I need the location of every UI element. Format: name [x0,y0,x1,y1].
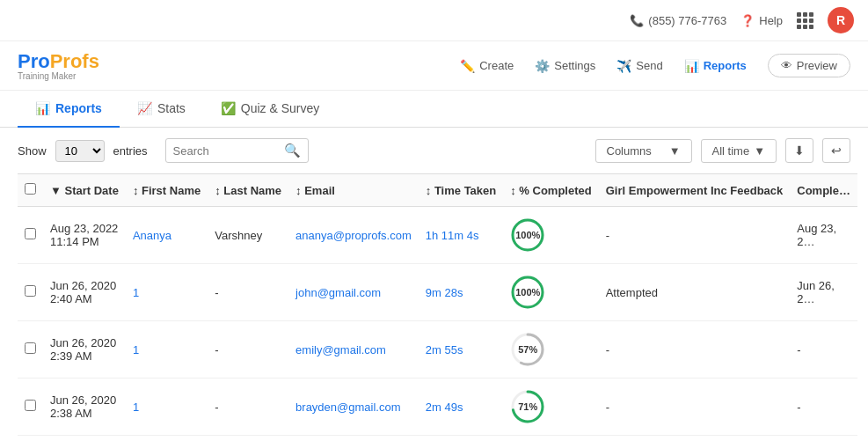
create-icon: ✏️ [460,59,475,73]
help-item[interactable]: ❓ Help [740,14,783,27]
search-input[interactable] [173,144,279,158]
columns-button[interactable]: Columns ▼ [595,139,692,163]
cell-last-name: Varshney [208,207,288,264]
cell-feedback: Attempted [599,264,791,321]
cell-feedback: - [599,321,791,379]
user-avatar[interactable]: R [828,7,854,33]
header-pct-completed[interactable]: ↕ % Completed [503,174,598,207]
columns-dropdown-icon: ▼ [669,144,681,158]
cell-completed: Aug 23, 2… [790,207,857,264]
table-row: Jun 26, 2020 2:39 AM1-emily@gmail.com2m … [18,321,857,379]
columns-label: Columns [607,144,652,158]
header-email[interactable]: ↕ Email [288,174,419,207]
pct-value: 57% [518,344,537,355]
entries-select[interactable]: 10 25 50 100 [55,140,105,162]
cell-pct-completed: 71% [503,379,598,436]
tab-reports[interactable]: 📊 Reports [18,91,120,128]
reports-icon: 📊 [684,59,699,73]
nav-settings[interactable]: ⚙️ Settings [535,59,595,73]
cell-time-taken: 18m 42s [419,436,503,442]
send-icon: ✈️ [616,59,631,73]
cell-completed: Jun 26, 2… [790,436,857,442]
cell-last-name: - [208,436,288,442]
tabs-row: 📊 Reports 📈 Stats ✅ Quiz & Survey [0,91,868,128]
phone-item[interactable]: 📞 (855) 776-7763 [630,14,726,27]
logo-profs-span: Profs [50,50,99,72]
cell-time-taken: 9m 28s [419,264,503,321]
cell-last-name: - [208,264,288,321]
cell-start-date: Jun 26, 2020 2:37 AM [43,436,126,442]
header: ProProfs Training Maker ✏️ Create ⚙️ Set… [0,41,868,91]
cell-email: john@gmail.com [288,264,419,321]
logo-tagline: Training Maker [18,71,99,81]
alltime-button[interactable]: All time ▼ [701,139,777,163]
cell-first-name: 1 [126,321,208,379]
entries-label: entries [113,144,148,158]
tab-quiz-survey[interactable]: ✅ Quiz & Survey [203,91,337,128]
nav-create-label: Create [479,59,514,72]
nav-preview[interactable]: 👁 Preview [768,54,850,77]
cell-completed: Jun 26, 2… [790,264,857,321]
nav-settings-label: Settings [554,59,595,72]
cell-last-name: - [208,379,288,436]
cell-feedback: - [599,207,791,264]
apps-grid[interactable] [797,12,813,29]
nav-send-label: Send [636,59,662,72]
select-all-checkbox[interactable] [25,183,36,195]
header-first-name-label: ↕ First Name [133,184,201,197]
cell-start-date: Jun 26, 2020 2:39 AM [43,321,126,379]
share-button[interactable]: ↩ [822,138,850,163]
cell-time-taken: 1h 11m 4s [419,207,503,264]
tab-stats-label: Stats [157,101,186,115]
header-last-name[interactable]: ↕ Last Name [208,174,288,207]
phone-number: (855) 776-7763 [648,14,726,27]
preview-icon: 👁 [781,59,792,72]
row-checkbox-0[interactable] [25,228,36,239]
tab-quiz-label: Quiz & Survey [241,101,319,115]
cell-time-taken: 2m 49s [419,379,503,436]
tab-reports-icon: 📊 [35,101,50,115]
nav-preview-label: Preview [797,59,837,72]
cell-pct-completed: 57% [503,321,598,379]
phone-icon: 📞 [630,14,644,27]
cell-completed: - [790,379,857,436]
cell-last-name: - [208,321,288,379]
download-button[interactable]: ⬇ [785,138,813,163]
header-completed-label: Comple… [797,184,850,197]
pct-value: 71% [518,401,537,412]
header-feedback-label: Girl Empowerment Inc Feedback [606,184,784,197]
header-start-date[interactable]: ▼ Start Date [43,174,126,207]
header-last-name-label: ↕ Last Name [215,184,281,197]
logo: ProProfs Training Maker [18,50,99,81]
cell-email: brayden@gmail.com [288,379,419,436]
header-time-taken[interactable]: ↕ Time Taken [419,174,503,207]
row-checkbox-2[interactable] [25,342,36,354]
tab-reports-label: Reports [55,101,102,115]
search-icon: 🔍 [284,143,301,158]
help-label: Help [759,14,783,27]
show-label: Show [18,144,47,158]
nav-reports[interactable]: 📊 Reports [684,59,747,73]
search-box: 🔍 [165,138,309,163]
controls-row: Show 10 25 50 100 entries 🔍 Columns ▼ Al… [0,128,868,173]
cell-pct-completed: 100% [503,436,598,442]
row-checkbox-3[interactable] [25,400,36,411]
cell-start-date: Aug 23, 2022 11:14 PM [43,207,126,264]
cell-first-name: Ananya [126,207,208,264]
cell-feedback: Attempted [599,436,791,442]
nav-create[interactable]: ✏️ Create [460,59,514,73]
header-feedback: Girl Empowerment Inc Feedback [599,174,791,207]
tab-stats[interactable]: 📈 Stats [120,91,203,128]
cell-first-name: 1 [126,436,208,442]
table-row: Jun 26, 2020 2:37 AM1-devin123@gmail.com… [18,436,857,442]
help-icon: ❓ [740,14,755,27]
cell-email: emily@gmail.com [288,321,419,379]
tab-quiz-icon: ✅ [221,101,236,115]
header-first-name[interactable]: ↕ First Name [126,174,208,207]
cell-first-name: 1 [126,379,208,436]
header-pct-label: ↕ % Completed [510,184,591,197]
table-header-row: ▼ Start Date ↕ First Name ↕ Last Name ↕ … [18,174,857,207]
row-checkbox-1[interactable] [25,285,36,297]
header-start-date-label: ▼ Start Date [50,184,119,197]
nav-send[interactable]: ✈️ Send [616,59,662,73]
